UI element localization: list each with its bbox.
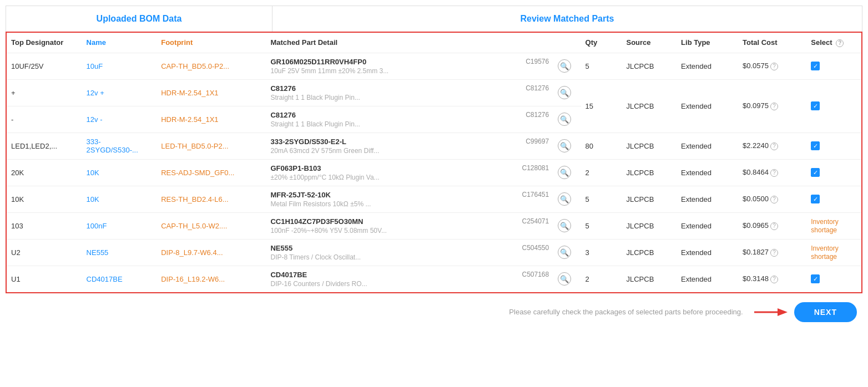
page-wrapper: Uploaded BOM Data Review Matched Parts T… <box>0 0 868 387</box>
part-name: NE555 <box>270 244 292 252</box>
part-code: C128081 <box>522 164 549 172</box>
part-desc: Straight 1 1 Black Plugin Pin... <box>270 94 549 101</box>
cell-qty: 5 <box>581 212 622 239</box>
part-name: CD4017BE <box>270 271 307 279</box>
inventory-shortage-label: Inventory shortage <box>811 245 838 261</box>
cell-matched-detail: 333-2SYGD/S530-E2-L C99697 20mA 63mcd 2V… <box>266 133 553 159</box>
part-code: C19576 <box>526 58 549 65</box>
cell-search: 🔍 <box>553 239 581 266</box>
part-code: C254071 <box>522 217 549 225</box>
cost-info-icon[interactable]: ? <box>770 142 778 150</box>
cell-search: 🔍 <box>553 53 581 79</box>
cell-select[interactable]: ✓ <box>806 266 861 292</box>
cell-source: JLCPCB <box>622 159 677 186</box>
cost-info-icon[interactable]: ? <box>770 103 778 110</box>
cost-info-icon[interactable]: ? <box>770 249 778 257</box>
cell-qty: 2 <box>581 159 622 186</box>
cell-search: 🔍 <box>553 212 581 239</box>
search-icon[interactable]: 🔍 <box>558 166 571 179</box>
part-name: 333-2SYGD/S530-E2-L <box>270 138 346 146</box>
part-code: C176451 <box>522 191 549 198</box>
part-desc: ±20% ±100ppm/°C 10kΩ Plugin Va... <box>270 174 549 181</box>
select-checkbox[interactable]: ✓ <box>811 62 820 70</box>
select-info-icon[interactable]: ? <box>836 39 844 47</box>
cell-matched-detail: C81276 C81276 Straight 1 1 Black Plugin … <box>266 79 553 106</box>
cell-select[interactable]: Inventory shortage <box>806 239 861 266</box>
cell-footprint: HDR-M-2.54_1X1 <box>157 79 266 106</box>
table-row: U2NE555DIP-8_L9.7-W6.4... NE555 C504550 … <box>7 239 861 266</box>
select-checkbox[interactable]: ✓ <box>811 101 820 110</box>
cell-source: JLCPCB <box>622 266 677 292</box>
part-name: C81276 <box>270 111 296 119</box>
cell-footprint: CAP-TH_L5.0-W2.... <box>157 212 266 239</box>
cell-cost: $0.1827? <box>738 239 806 266</box>
cell-designator: + <box>7 79 82 106</box>
cell-libtype: Extended <box>677 133 738 159</box>
part-code: C99697 <box>526 138 549 145</box>
table-row: 20K10KRES-ADJ-SMD_GF0... GF063P1-B103 C1… <box>7 159 861 186</box>
cell-select[interactable]: ✓ <box>806 53 861 79</box>
search-icon[interactable]: 🔍 <box>558 192 571 206</box>
cell-name: 10K <box>82 186 157 212</box>
cell-cost: $2.2240? <box>738 133 806 159</box>
cost-info-icon[interactable]: ? <box>770 63 778 70</box>
search-icon[interactable]: 🔍 <box>558 113 571 126</box>
col-header-cost: Total Cost <box>738 33 806 53</box>
cell-select[interactable]: ✓ <box>806 186 861 212</box>
cell-qty: 2 <box>581 266 622 292</box>
review-matched-header: Review Matched Parts <box>272 6 862 32</box>
part-name: GR106M025D11RR0VH4FP0 <box>270 58 366 66</box>
select-checkbox[interactable]: ✓ <box>811 195 820 203</box>
next-arrow-icon <box>754 305 788 319</box>
cost-info-icon[interactable]: ? <box>770 276 778 283</box>
cell-footprint: LED-TH_BD5.0-P2... <box>157 133 266 159</box>
search-icon[interactable]: 🔍 <box>558 219 571 232</box>
cell-select[interactable]: ✓ <box>806 79 861 133</box>
part-desc: DIP-16 Counters / Dividers RO... <box>270 280 549 288</box>
table-row: +12v +HDR-M-2.54_1X1 C81276 C81276 Strai… <box>7 79 861 106</box>
cell-libtype: Extended <box>677 239 738 266</box>
search-icon[interactable]: 🔍 <box>558 139 571 152</box>
next-button[interactable]: NEXT <box>794 302 857 322</box>
cell-search: 🔍 <box>553 133 581 159</box>
cell-cost: $0.0975? <box>738 79 806 133</box>
cost-info-icon[interactable]: ? <box>770 196 778 203</box>
cost-info-icon[interactable]: ? <box>770 222 778 230</box>
cell-designator: LED1,LED2,... <box>7 133 82 159</box>
cost-info-icon[interactable]: ? <box>770 169 778 177</box>
col-header-name: Name <box>82 33 157 53</box>
select-checkbox[interactable]: ✓ <box>811 274 820 283</box>
col-header-qty: Qty <box>581 33 622 53</box>
part-name: CC1H104ZC7PD3F5O30MN <box>270 217 363 226</box>
cell-select[interactable]: ✓ <box>806 159 861 186</box>
part-name: GF063P1-B103 <box>270 164 321 172</box>
cell-qty: 3 <box>581 239 622 266</box>
select-checkbox[interactable]: ✓ <box>811 141 820 150</box>
cell-designator: 10UF/25V <box>7 53 82 79</box>
cell-select[interactable]: ✓ <box>806 133 861 159</box>
cell-cost: $0.0575? <box>738 53 806 79</box>
cell-matched-detail: MFR-25JT-52-10K C176451 Metal Film Resis… <box>266 186 553 212</box>
cell-libtype: Extended <box>677 266 738 292</box>
cell-designator: 20K <box>7 159 82 186</box>
search-icon[interactable]: 🔍 <box>558 59 571 73</box>
select-checkbox[interactable]: ✓ <box>811 168 820 177</box>
cell-designator: 10K <box>7 186 82 212</box>
inventory-shortage-label: Inventory shortage <box>811 218 838 234</box>
cell-cost: $0.0965? <box>738 212 806 239</box>
search-icon[interactable]: 🔍 <box>558 246 571 259</box>
cell-source: JLCPCB <box>622 212 677 239</box>
search-icon[interactable]: 🔍 <box>558 272 571 286</box>
section-headers: Uploaded BOM Data Review Matched Parts <box>6 6 862 32</box>
col-header-designator: Top Designator <box>7 33 82 53</box>
cell-select[interactable]: Inventory shortage <box>806 212 861 239</box>
cell-matched-detail: C81276 C81276 Straight 1 1 Black Plugin … <box>266 106 553 133</box>
cell-search: 🔍 <box>553 159 581 186</box>
search-icon[interactable]: 🔍 <box>558 86 571 99</box>
cell-designator: U2 <box>7 239 82 266</box>
cell-name: 12v + <box>82 79 157 106</box>
part-desc: Straight 1 1 Black Plugin Pin... <box>270 120 549 128</box>
cell-name: 100nF <box>82 212 157 239</box>
cell-cost: $0.0500? <box>738 186 806 212</box>
cell-matched-detail: CC1H104ZC7PD3F5O30MN C254071 100nF -20%~… <box>266 212 553 239</box>
